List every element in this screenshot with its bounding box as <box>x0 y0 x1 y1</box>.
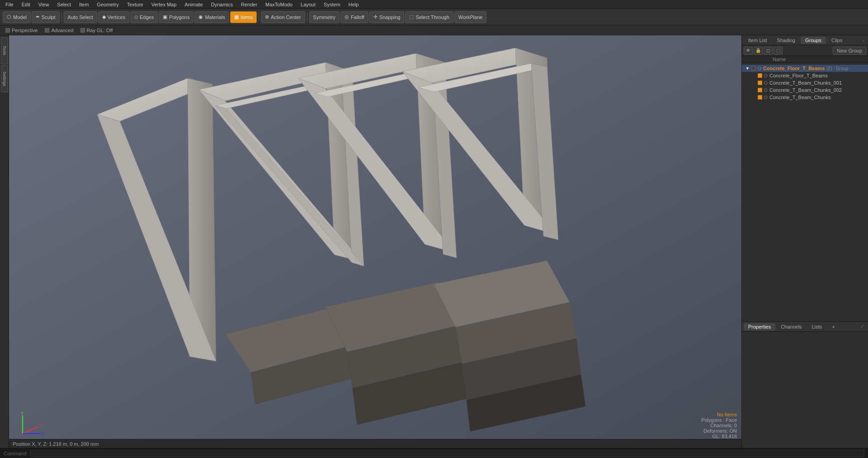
items-btn[interactable]: ▦ Items <box>230 11 257 23</box>
falloff-icon: ◎ <box>344 14 349 20</box>
root-checkbox[interactable] <box>751 66 756 71</box>
col-header: Name <box>742 56 868 63</box>
tab-properties[interactable]: Properties <box>744 323 775 330</box>
raygl-item[interactable]: Ray GL: Off <box>78 27 115 33</box>
child2-checkbox[interactable] <box>758 81 762 85</box>
model-btn[interactable]: ⬡ Model <box>3 11 31 23</box>
deformers-info: Deformers: ON <box>701 428 737 434</box>
tree-child-1[interactable]: ▷ ⬡ Concrete_Floor_T_Beams <box>749 72 868 79</box>
menu-animate[interactable]: Animate <box>181 1 206 8</box>
child2-icon: ⬡ <box>764 81 768 85</box>
action-center-btn[interactable]: ⊕ Action Center <box>261 11 305 23</box>
menu-dynamics[interactable]: Dynamics <box>208 1 236 8</box>
bottom-right-tabs: Properties Channels Lists + ⤢ <box>742 322 868 332</box>
child1-icon: ⬡ <box>764 73 768 78</box>
tab-item-list[interactable]: Item List <box>744 37 772 44</box>
selectthrough-icon: ⬚ <box>409 14 414 20</box>
workplane-btn[interactable]: WorkPlane <box>454 11 487 23</box>
settings-tab[interactable]: Settings <box>1 65 8 92</box>
tree-root[interactable]: ▼ ⬡ Concrete_Floor_T_Beams (2) : Group <box>742 65 868 72</box>
right-panel-tabs: Item List Shading Groups Clips › <box>742 35 868 45</box>
raygl-check-box <box>80 28 85 33</box>
perspective-check-box <box>5 28 10 33</box>
menu-help[interactable]: Help <box>345 1 363 8</box>
tree-child-4[interactable]: ▷ ⬡ Concrete_T_Beam_Chunks <box>749 94 868 101</box>
menu-select[interactable]: Select <box>53 1 75 8</box>
svg-marker-5 <box>188 78 216 361</box>
expand-btn[interactable]: ⤢ <box>859 323 866 330</box>
separator-2 <box>259 13 259 22</box>
main-toolbar: ⬡ Model ✒ Sculpt Auto Select ◆ Vertices … <box>0 9 868 25</box>
edges-btn[interactable]: ◇ Edges <box>130 11 158 23</box>
menu-render[interactable]: Render <box>237 1 261 8</box>
menu-layout[interactable]: Layout <box>297 1 319 8</box>
tab-channels[interactable]: Channels <box>776 323 806 330</box>
child4-checkbox[interactable] <box>758 95 762 100</box>
menu-texture[interactable]: Texture <box>123 1 147 8</box>
separator-1 <box>61 13 62 22</box>
viewport[interactable]: No Items Polygons : Face Channels: 0 Def… <box>9 35 741 448</box>
snapping-btn[interactable]: ✛ Snapping <box>369 11 405 23</box>
menu-maxtomodo[interactable]: MaxToModo <box>262 1 296 8</box>
perspective-checkbox[interactable]: Perspective <box>3 27 40 33</box>
advanced-check-box <box>45 28 49 33</box>
scene-svg <box>9 35 741 448</box>
child1-checkbox[interactable] <box>758 73 762 78</box>
autoselect-btn[interactable]: Auto Select <box>64 11 97 23</box>
tab-groups[interactable]: Groups <box>801 37 826 44</box>
vis-btn[interactable]: ◻ <box>764 47 773 55</box>
new-group-btn[interactable]: New Group <box>833 47 866 55</box>
menu-view[interactable]: View <box>35 1 53 8</box>
eye-btn[interactable]: 👁 <box>744 47 753 55</box>
axes-svg: X Y Z <box>18 411 45 438</box>
symmetry-btn[interactable]: Symmetry <box>309 11 340 23</box>
command-input[interactable] <box>30 450 864 457</box>
svg-text:X: X <box>39 422 42 427</box>
tree-child-3[interactable]: ▷ ⬡ Concrete_T_Beam_Chunks_002 <box>749 86 868 94</box>
child4-icon: ⬡ <box>764 95 768 100</box>
root-icon: ⬡ <box>758 66 761 71</box>
snapping-icon: ✛ <box>373 14 377 20</box>
sculpt-icon: ✒ <box>36 14 40 20</box>
svg-text:Y: Y <box>21 411 24 415</box>
falloff-btn[interactable]: ◎ Falloff <box>340 11 368 23</box>
root-name: Concrete_Floor_T_Beams <box>763 66 825 71</box>
polygons-btn[interactable]: ▣ Polygons <box>159 11 193 23</box>
menu-item[interactable]: Item <box>75 1 92 8</box>
vertices-btn[interactable]: ◆ Vertices <box>98 11 129 23</box>
polygons-info: Polygons : Face <box>701 417 737 423</box>
expand-arrow-root: ▼ <box>745 66 750 71</box>
menu-vertexmap[interactable]: Vertex Map <box>148 1 180 8</box>
menu-system[interactable]: System <box>320 1 344 8</box>
sculpt-btn[interactable]: ✒ Sculpt <box>32 11 60 23</box>
action-center-icon: ⊕ <box>265 14 269 20</box>
viewport-status: Position X, Y, Z: 1.216 m, 0 m, 200 mm <box>9 439 741 448</box>
child3-name: Concrete_T_Beam_Chunks_002 <box>769 87 842 93</box>
right-tabs-arrow[interactable]: › <box>861 37 866 44</box>
lock-btn[interactable]: 🔒 <box>754 47 763 55</box>
tree-child-2[interactable]: ▷ ⬡ Concrete_T_Beam_Chunks_001 <box>749 79 868 86</box>
main-layout: Tools Settings <box>0 35 868 448</box>
tab-lists[interactable]: Lists <box>807 323 827 330</box>
advanced-checkbox[interactable]: Advanced <box>42 27 76 33</box>
materials-icon: ◉ <box>198 14 203 20</box>
materials-btn[interactable]: ◉ Materials <box>194 11 229 23</box>
selectthrough-btn[interactable]: ⬚ Select Through <box>405 11 453 23</box>
no-items-label: No Items <box>701 412 737 417</box>
menu-geometry[interactable]: Geometry <box>93 1 122 8</box>
tab-shading[interactable]: Shading <box>773 37 800 44</box>
tools-tab[interactable]: Tools <box>1 37 8 64</box>
tab-add[interactable]: + <box>827 323 839 330</box>
tab-clips[interactable]: Clips <box>827 37 847 44</box>
edges-icon: ◇ <box>134 14 138 20</box>
menu-file[interactable]: File <box>2 1 17 8</box>
svg-line-39 <box>23 427 38 434</box>
menu-edit[interactable]: Edit <box>18 1 34 8</box>
bottom-right-panel: Properties Channels Lists + ⤢ <box>742 321 868 448</box>
svg-text:Z: Z <box>42 432 44 436</box>
child4-name: Concrete_T_Beam_Chunks <box>769 95 831 100</box>
viewport-toolbar: Perspective Advanced Ray GL: Off <box>0 25 868 35</box>
frame-btn[interactable]: ⬚ <box>774 47 783 55</box>
menubar: File Edit View Select Item Geometry Text… <box>0 0 868 9</box>
child3-checkbox[interactable] <box>758 88 762 92</box>
